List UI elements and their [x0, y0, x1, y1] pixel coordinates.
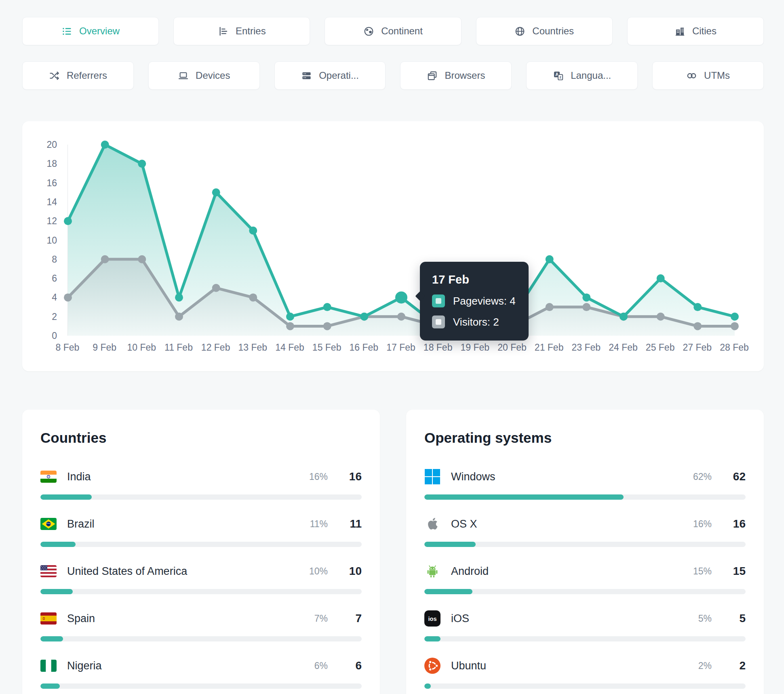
tab-label: Entries	[236, 25, 266, 37]
visitors-point	[582, 303, 590, 311]
globe-icon	[514, 26, 525, 37]
tab-bar-secondary: ReferrersDevicesOperati...BrowsersAzLang…	[22, 61, 764, 90]
tab-entries[interactable]: Entries	[173, 17, 310, 45]
item-value: 2	[727, 659, 746, 672]
continent-icon	[363, 26, 374, 37]
list-item-ubuntu: Ubuntu 2% 2	[424, 658, 746, 689]
server-icon	[301, 70, 312, 81]
link-icon	[686, 70, 697, 81]
progress-bar-fill	[40, 636, 63, 641]
y-tick-label: 8	[52, 254, 57, 265]
svg-text:ios: ios	[428, 616, 437, 622]
list-item-united-states-of-america: United States of America 10% 10	[40, 563, 362, 594]
item-percent: 16%	[693, 519, 712, 530]
list-item-ios: ios iOS 5% 5	[424, 610, 746, 641]
list-item-nigeria: Nigeria 6% 6	[40, 658, 362, 689]
windows-icon	[424, 469, 442, 485]
item-name: United States of America	[67, 565, 187, 578]
item-value: 11	[343, 517, 362, 530]
countries-panel: Countries India 16% 16 Brazil 11% 11	[22, 410, 380, 694]
x-tick-label: 17 Feb	[386, 342, 415, 353]
tab-countries[interactable]: Countries	[476, 17, 613, 45]
pageviews-point	[212, 188, 220, 196]
x-tick-label: 18 Feb	[424, 342, 453, 353]
tab-langua[interactable]: AzLangua...	[526, 61, 638, 90]
tab-operati[interactable]: Operati...	[274, 61, 386, 90]
tooltip-pageviews-row: Pageviews: 4	[432, 294, 516, 307]
visitors-legend-swatch	[432, 315, 445, 328]
visitors-point	[175, 313, 183, 321]
list-item-india: India 16% 16	[40, 469, 362, 500]
progress-bar-fill	[40, 589, 73, 594]
visitors-point	[546, 303, 554, 311]
tab-referrers[interactable]: Referrers	[22, 61, 134, 90]
analytics-dashboard: OverviewEntriesContinentCountriesCities …	[0, 0, 784, 694]
item-percent: 16%	[309, 471, 328, 482]
tab-devices[interactable]: Devices	[148, 61, 260, 90]
progress-bar-fill	[424, 542, 476, 547]
x-tick-label: 24 Feb	[609, 342, 638, 353]
item-name: Nigeria	[67, 660, 102, 672]
x-tick-label: 28 Feb	[720, 342, 749, 353]
flag-brazil-icon	[40, 518, 58, 530]
tab-overview[interactable]: Overview	[22, 17, 159, 45]
chart-x-axis: 8 Feb9 Feb10 Feb11 Feb12 Feb13 Feb14 Feb…	[67, 342, 735, 354]
progress-bar-fill	[40, 494, 92, 500]
traffic-chart-card: 02468101214161820 17 Feb	[22, 121, 764, 371]
x-tick-label: 21 Feb	[535, 342, 564, 353]
pageviews-point	[395, 291, 407, 303]
progress-bar	[424, 683, 746, 689]
traffic-line-chart	[68, 145, 735, 336]
item-value: 62	[727, 470, 746, 483]
visitors-point	[397, 313, 405, 321]
item-value: 7	[343, 612, 362, 625]
x-tick-label: 11 Feb	[164, 342, 193, 353]
tab-cities[interactable]: Cities	[627, 17, 764, 45]
progress-bar	[424, 542, 746, 547]
tab-label: Browsers	[445, 70, 485, 81]
item-value: 16	[727, 517, 746, 530]
progress-bar	[40, 589, 362, 594]
item-value: 16	[343, 470, 362, 483]
tab-label: Operati...	[319, 70, 359, 81]
item-name: Android	[451, 565, 489, 578]
flag-usa-icon	[40, 565, 58, 577]
visitors-point	[138, 255, 146, 263]
visitors-point	[101, 255, 109, 263]
translate-icon: Az	[553, 70, 564, 81]
flag-india-icon	[40, 471, 58, 483]
progress-bar	[40, 494, 362, 500]
tab-continent[interactable]: Continent	[325, 17, 461, 45]
progress-bar-fill	[424, 683, 431, 689]
y-tick-label: 0	[52, 330, 57, 341]
visitors-point	[323, 322, 331, 330]
x-tick-label: 12 Feb	[201, 342, 230, 353]
item-percent: 6%	[314, 660, 328, 671]
progress-bar	[424, 636, 746, 641]
pageviews-point	[64, 217, 72, 225]
tab-utms[interactable]: UTMs	[652, 61, 764, 90]
tab-browsers[interactable]: Browsers	[400, 61, 512, 90]
item-value: 10	[343, 565, 362, 578]
pageviews-point	[657, 274, 665, 282]
x-tick-label: 10 Feb	[127, 342, 156, 353]
x-tick-label: 9 Feb	[93, 342, 116, 353]
pageviews-legend-swatch	[432, 294, 445, 307]
progress-bar	[424, 494, 746, 500]
chart-tooltip: 17 Feb Pageviews: 4 Visitors: 2	[420, 262, 529, 341]
tab-label: Overview	[79, 25, 120, 37]
list-item-os-x: OS X 16% 16	[424, 516, 746, 547]
progress-bar	[424, 589, 746, 594]
item-percent: 15%	[693, 566, 712, 577]
y-tick-label: 10	[46, 235, 57, 246]
shuffle-icon	[49, 70, 60, 81]
android-icon	[424, 563, 442, 579]
x-tick-label: 15 Feb	[312, 342, 341, 353]
item-percent: 11%	[310, 519, 328, 530]
tab-label: Devices	[196, 70, 230, 81]
pageviews-point	[249, 227, 257, 235]
chart-plot-area[interactable]: 17 Feb Pageviews: 4 Visitors: 2	[67, 145, 735, 336]
y-tick-label: 4	[52, 292, 57, 303]
visitors-point	[657, 313, 665, 321]
flag-nigeria-icon	[40, 660, 58, 672]
